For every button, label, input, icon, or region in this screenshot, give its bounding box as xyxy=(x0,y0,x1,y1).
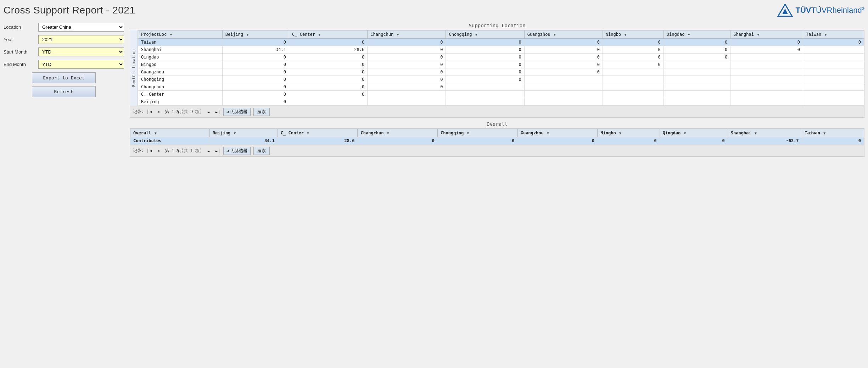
supporting-filter-btn[interactable]: ⊘ 无筛选器 xyxy=(223,108,251,116)
supporting-table-box: ProjectLoc ▼ Beijing ▼ C_ Center ▼ Chang… xyxy=(138,30,864,106)
ov-col-qingdao[interactable]: Qingdao ▼ xyxy=(660,129,728,137)
table-row: Contributes34.128.600000-62.70 xyxy=(130,137,864,145)
supporting-page-text: 第 1 项(共 9 项) xyxy=(165,109,202,115)
logo-text: TÜVTÜVRheinland® xyxy=(796,6,864,15)
ov-col-taiwan[interactable]: Taiwan ▼ xyxy=(802,129,864,137)
page-title: Cross Support Report - 2021 xyxy=(4,5,135,16)
end-month-label: End Month xyxy=(4,62,35,67)
supporting-section: Supporting Location Benifit Location Pro… xyxy=(130,23,864,118)
supporting-table: ProjectLoc ▼ Beijing ▼ C_ Center ▼ Chang… xyxy=(138,30,864,106)
table-row: Changchun000 xyxy=(138,83,864,91)
table-row: Guangzhou00000 xyxy=(138,68,864,76)
start-month-select[interactable]: YTD JanFebMarApr MayJunJulAug SepOctNovD… xyxy=(38,48,124,56)
overall-section: Overall Overall ▼ Beijing ▼ C_ Center ▼ … xyxy=(130,121,864,157)
ov-col-overall[interactable]: Overall ▼ xyxy=(130,129,210,137)
year-select[interactable]: 2021 2020 2019 xyxy=(38,35,124,44)
col-chongqing[interactable]: Chongqing ▼ xyxy=(446,30,524,39)
col-shanghai[interactable]: Shanghai ▼ xyxy=(730,30,803,39)
main-content: Location Greater China All China Year 20… xyxy=(4,23,864,157)
overall-pagination-bar: 记录: |◄ ◄ 第 1 项(共 1 项) ► ►| ⊘ 无筛选器 搜索 xyxy=(130,145,864,157)
overall-filter-icon: ⊘ xyxy=(226,149,229,154)
supporting-search-btn[interactable]: 搜索 xyxy=(253,108,270,116)
header: Cross Support Report - 2021 TÜVTÜVRheinl… xyxy=(4,4,864,17)
overall-page-info: 记录: |◄ ◄ xyxy=(133,148,162,154)
supporting-table-wrapper: Benifit Location ProjectLoc ▼ Beijing ▼ … xyxy=(130,30,864,106)
overall-table-box: Overall ▼ Beijing ▼ C_ Center ▼ Changchu… xyxy=(130,128,864,145)
benfit-label: Benifit Location xyxy=(131,46,136,90)
location-select[interactable]: Greater China All China xyxy=(38,23,124,32)
start-month-label: Start Month xyxy=(4,49,35,55)
overall-filter-label: 无筛选器 xyxy=(230,148,247,154)
svg-marker-1 xyxy=(782,9,788,14)
tables-area: Supporting Location Benifit Location Pro… xyxy=(130,23,864,157)
table-row: Beijing0 xyxy=(138,98,864,106)
ov-col-shanghai[interactable]: Shanghai ▼ xyxy=(728,129,802,137)
table-row: Qingdao0000000 xyxy=(138,54,864,61)
benfit-label-container: Benifit Location xyxy=(130,30,138,106)
supporting-filter-label: 无筛选器 xyxy=(230,109,247,115)
supporting-table-scroll[interactable]: ProjectLoc ▼ Beijing ▼ C_ Center ▼ Chang… xyxy=(138,30,864,106)
col-qingdao[interactable]: Qingdao ▼ xyxy=(663,30,730,39)
col-guangzhou[interactable]: Guangzhou ▼ xyxy=(524,30,603,39)
table-row: Ningbo000000 xyxy=(138,61,864,68)
overall-table-scroll[interactable]: Overall ▼ Beijing ▼ C_ Center ▼ Changchu… xyxy=(130,128,864,145)
start-month-row: Start Month YTD JanFebMarApr MayJunJulAu… xyxy=(4,48,124,56)
ov-col-chongqing[interactable]: Chongqing ▼ xyxy=(438,129,518,137)
overall-page-text: 第 1 项(共 1 项) xyxy=(165,148,202,154)
end-month-row: End Month YTD JanFebMarApr MayJunJulAug … xyxy=(4,60,124,69)
col-ningbo[interactable]: Ningbo ▼ xyxy=(603,30,663,39)
year-label: Year xyxy=(4,37,35,42)
ov-col-changchun[interactable]: Changchun ▼ xyxy=(358,129,438,137)
overall-search-btn[interactable]: 搜索 xyxy=(253,147,270,155)
supporting-title: Supporting Location xyxy=(130,23,864,28)
location-row: Location Greater China All China xyxy=(4,23,124,32)
ov-col-guangzhou[interactable]: Guangzhou ▼ xyxy=(517,129,598,137)
app-container: Cross Support Report - 2021 TÜVTÜVRheinl… xyxy=(0,0,868,368)
logo-icon xyxy=(777,4,793,17)
supporting-page-next: ► ►| xyxy=(205,110,220,115)
table-row: Taiwan000000000 xyxy=(138,39,864,46)
export-button[interactable]: Export to Excel xyxy=(32,72,96,83)
overall-title: Overall xyxy=(130,121,864,127)
table-row: Shanghai34.128.6000000 xyxy=(138,46,864,54)
supporting-page-info: 记录: |◄ ◄ xyxy=(133,109,162,115)
logo-area: TÜVTÜVRheinland® xyxy=(777,4,864,17)
col-changchun[interactable]: Changchun ▼ xyxy=(368,30,446,39)
location-label: Location xyxy=(4,24,35,30)
overall-table: Overall ▼ Beijing ▼ C_ Center ▼ Changchu… xyxy=(130,129,864,145)
ov-col-beijing[interactable]: Beijing ▼ xyxy=(209,129,278,137)
filter-icon: ⊘ xyxy=(226,110,229,115)
refresh-button[interactable]: Refresh xyxy=(32,86,96,97)
supporting-pagination-bar: 记录: |◄ ◄ 第 1 项(共 9 项) ► ►| ⊘ 无筛选器 搜索 xyxy=(130,106,864,118)
col-taiwan[interactable]: Taiwan ▼ xyxy=(803,30,864,39)
overall-page-next: ► ►| xyxy=(205,149,220,154)
sidebar: Location Greater China All China Year 20… xyxy=(4,23,124,157)
logo-reg: ® xyxy=(862,7,864,11)
col-beijing[interactable]: Beijing ▼ xyxy=(222,30,289,39)
table-row: Chongqing0000 xyxy=(138,76,864,83)
year-row: Year 2021 2020 2019 xyxy=(4,35,124,44)
col-projectloc[interactable]: ProjectLoc ▼ xyxy=(138,30,223,39)
col-ccenter[interactable]: C_ Center ▼ xyxy=(289,30,368,39)
ov-col-ningbo[interactable]: Ningbo ▼ xyxy=(598,129,660,137)
end-month-select[interactable]: YTD JanFebMarApr MayJunJulAug SepOctNovD… xyxy=(38,60,124,69)
ov-col-ccenter[interactable]: C_ Center ▼ xyxy=(278,129,358,137)
table-row: C. Center00 xyxy=(138,91,864,98)
overall-filter-btn[interactable]: ⊘ 无筛选器 xyxy=(223,147,251,155)
